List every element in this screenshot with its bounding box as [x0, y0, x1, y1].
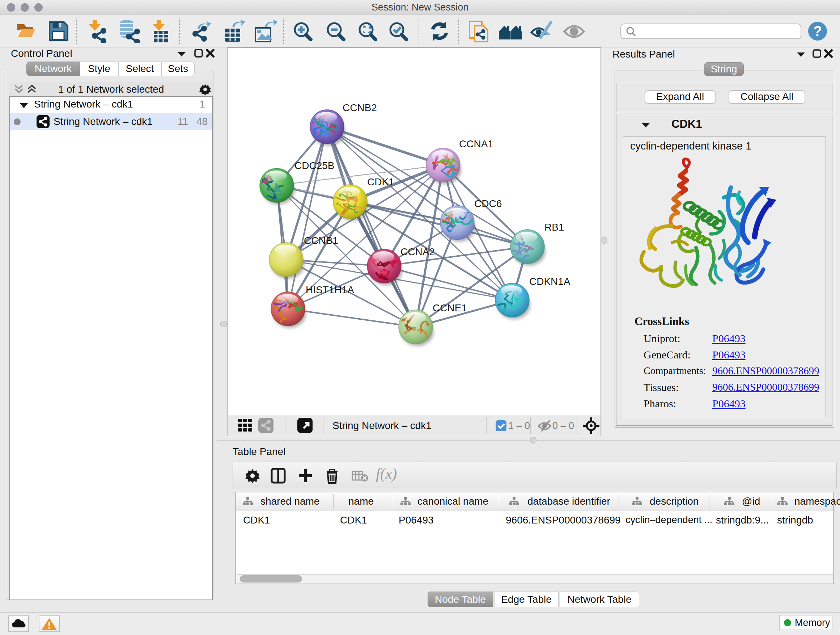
svg-text:CDKN1A: CDKN1A [529, 276, 570, 287]
svg-text:CDC6: CDC6 [474, 198, 502, 209]
svg-text:RB1: RB1 [545, 222, 564, 233]
svg-text:HIST1H1A: HIST1H1A [306, 284, 354, 295]
svg-text:CDC25B: CDC25B [294, 160, 334, 171]
svg-text:CDK1: CDK1 [367, 176, 394, 187]
svg-text:CCNA2: CCNA2 [401, 246, 435, 257]
svg-text:CCNB1: CCNB1 [304, 235, 338, 246]
svg-text:CCNE1: CCNE1 [433, 302, 467, 314]
svg-text:CCNB2: CCNB2 [343, 102, 377, 113]
svg-text:CCNA1: CCNA1 [459, 138, 493, 149]
